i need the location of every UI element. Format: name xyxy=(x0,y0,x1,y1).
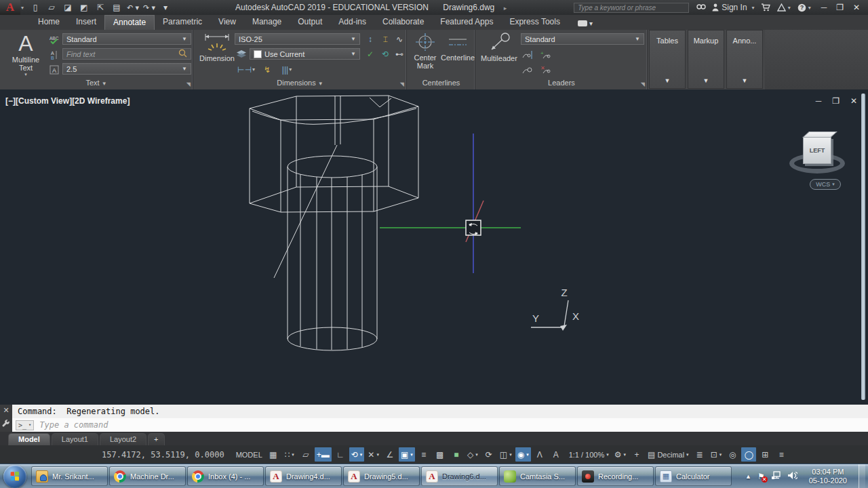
workspace-switching-caret-icon[interactable]: ▾ xyxy=(624,452,627,458)
layout-tab-model[interactable]: Model xyxy=(8,433,50,445)
status-annotation-scale[interactable]: 1:1 / 100%▾ xyxy=(565,447,611,462)
dim-style-caret-icon[interactable]: ▼ xyxy=(351,36,356,42)
collapsed-panel-anno[interactable]: Anno...▼ xyxy=(726,30,763,89)
status-object-snap-3d[interactable]: ◇▾ xyxy=(465,447,480,462)
status-graphics-performance[interactable]: ◯ xyxy=(741,447,756,462)
tray-expand-icon[interactable]: ▲ xyxy=(745,473,751,480)
leader-style-dropdown[interactable]: Standard ▼ xyxy=(521,33,644,45)
taskbar-clock[interactable]: 03:04 PM 05-10-2020 xyxy=(804,468,852,485)
action-center-flag-icon[interactable]: ⚑✕ xyxy=(757,472,765,481)
status-workspace-switching[interactable]: ⚙▾ xyxy=(612,447,628,462)
a360-caret-icon[interactable]: ▾ xyxy=(788,5,791,11)
publish-icon[interactable]: ⇱ xyxy=(94,1,107,14)
dimension-button[interactable]: Dimension xyxy=(198,33,236,62)
tab-add-ins[interactable]: Add-ins xyxy=(330,15,374,30)
tab-home[interactable]: Home xyxy=(30,15,68,30)
collapsed-panel-tables[interactable]: Tables▼ xyxy=(649,30,686,89)
title-expand-icon[interactable]: ▸ xyxy=(504,5,507,12)
isometric-drafting-caret-icon[interactable]: ▾ xyxy=(376,452,379,458)
start-button[interactable] xyxy=(3,465,26,488)
chevron-down-icon[interactable]: ▼ xyxy=(703,77,709,84)
minimize-button[interactable]: ─ xyxy=(821,3,827,12)
command-history-line[interactable]: Command: Regenerating model. xyxy=(12,405,868,418)
object-snap-2d-caret-icon[interactable]: ▾ xyxy=(410,452,413,458)
status-isometric-drafting[interactable]: ✕▾ xyxy=(366,447,381,462)
taskbar-button-recording[interactable]: Recording... xyxy=(577,466,654,486)
dimensions-dialog-launcher-icon[interactable]: ◥ xyxy=(400,81,404,87)
dim-layer-caret-icon[interactable]: ▼ xyxy=(351,51,356,57)
taskbar-button-mr-srikant[interactable]: Mr. Srikant... xyxy=(31,466,108,486)
dim-break-icon[interactable]: ↯ xyxy=(260,64,274,75)
taskbar-button-drawing6-d[interactable]: ADrawing6.d... xyxy=(421,466,498,486)
multiline-text-caret-icon[interactable]: ▾ xyxy=(24,72,27,77)
viewport-minus-control[interactable]: [−] xyxy=(5,96,16,106)
units-caret-icon[interactable]: ▾ xyxy=(686,452,689,458)
save-icon[interactable]: ◪ xyxy=(61,1,75,14)
annotation-scale-caret-icon[interactable]: ▾ xyxy=(606,452,609,458)
status-polar-tracking[interactable]: ⟲▾ xyxy=(349,447,365,462)
dim-linear-icon[interactable]: ⊢⊣▾ xyxy=(236,64,256,75)
sign-in-caret-icon[interactable]: ▾ xyxy=(752,5,755,11)
ribbon-display-button[interactable]: ▾ xyxy=(578,20,593,30)
status-model-space-toggle[interactable]: MODEL xyxy=(232,447,264,462)
speaker-icon[interactable] xyxy=(787,471,797,482)
status-autoscale-annotation[interactable]: A xyxy=(549,447,564,462)
status-ucs-icon-display[interactable]: ◫▾ xyxy=(498,447,514,462)
viewport-scrollbar[interactable] xyxy=(861,94,865,400)
centerlines-panel-title[interactable]: Centerlines xyxy=(408,79,475,89)
viewport-visual-style-control[interactable]: [2D Wireframe] xyxy=(72,96,130,106)
dim-style-dropdown[interactable]: ISO-25 ▼ xyxy=(235,33,360,45)
plot-icon[interactable]: ▤ xyxy=(110,1,123,14)
find-text-input[interactable]: Find text xyxy=(62,48,191,60)
status-grid-display[interactable]: ▦ xyxy=(266,447,281,462)
center-mark-button[interactable]: Center Mark xyxy=(410,33,441,70)
tab-view[interactable]: View xyxy=(210,15,244,30)
dim-spacing-icon[interactable]: |||▾ xyxy=(277,64,297,75)
app-menu-caret-icon[interactable]: ▾ xyxy=(21,5,24,11)
status-customization-menu[interactable]: ≡ xyxy=(774,447,789,462)
command-prompt-chip[interactable]: >_ ▾ xyxy=(16,420,34,430)
status-transparency[interactable]: ▩ xyxy=(433,447,448,462)
taskbar-button-calculator[interactable]: ▦Calculator xyxy=(655,466,732,486)
status-ortho-mode[interactable]: ∟ xyxy=(333,447,348,462)
autodesk-a360-icon[interactable]: ▾ xyxy=(774,0,794,15)
leader-remove-icon[interactable]: ✕ xyxy=(538,64,552,75)
text-height-dropdown[interactable]: 2.5 ▼ xyxy=(62,63,191,75)
text-align-icon[interactable]: AB xyxy=(47,49,61,60)
command-wrench-icon[interactable] xyxy=(2,418,10,430)
dim-reassociate-icon[interactable]: ⟲ xyxy=(378,48,392,60)
dim-jog-line-icon[interactable]: ∿ xyxy=(393,33,406,45)
status-clean-screen[interactable]: ⊞ xyxy=(757,447,772,462)
tab-collaborate[interactable]: Collaborate xyxy=(374,15,432,30)
status-lineweight[interactable]: ≡ xyxy=(416,447,431,462)
text-style-dropdown[interactable]: Standard ▼ xyxy=(62,33,191,45)
status-infer-constraints[interactable]: ▱ xyxy=(298,447,313,462)
polar-tracking-caret-icon[interactable]: ▾ xyxy=(360,452,363,458)
taskbar-button-inbox-4[interactable]: Inbox (4) - ... xyxy=(187,466,264,486)
text-style-icon[interactable]: A xyxy=(47,64,61,75)
tab-parametric[interactable]: Parametric xyxy=(155,15,210,30)
tab-annotate[interactable]: Annotate xyxy=(104,15,155,30)
undo-icon[interactable]: ↶ ▾ xyxy=(126,1,140,14)
layout-tab-layout2[interactable]: Layout2 xyxy=(100,433,146,445)
help-caret-icon[interactable]: ▾ xyxy=(808,5,811,11)
multileader-button[interactable]: Multileader xyxy=(479,33,519,62)
status-object-snap-tracking[interactable]: ∠ xyxy=(382,447,397,462)
viewport-view-control[interactable]: [Custom View] xyxy=(16,96,72,106)
wcs-dropdown[interactable]: WCS ▾ xyxy=(810,179,841,190)
save-as-icon[interactable]: ◩ xyxy=(77,1,91,14)
doc-close-button[interactable]: ✕ xyxy=(850,96,857,106)
new-layout-button[interactable]: + xyxy=(148,433,164,445)
spell-check-icon[interactable]: ABC xyxy=(47,34,61,45)
open-file-icon[interactable]: ▱ xyxy=(45,1,58,14)
tab-express-tools[interactable]: Express Tools xyxy=(501,15,568,30)
text-style-caret-icon[interactable]: ▼ xyxy=(182,36,187,42)
tab-featured-apps[interactable]: Featured Apps xyxy=(432,15,501,30)
show-desktop-button[interactable] xyxy=(859,464,865,488)
search-icon[interactable] xyxy=(693,0,709,15)
status-annotation-monitor[interactable]: + xyxy=(629,447,644,462)
leader-add-icon[interactable]: + xyxy=(538,49,552,60)
text-panel-title[interactable]: Text ▼ xyxy=(0,79,193,89)
dim-text-edit-icon[interactable]: ⌶ xyxy=(378,33,392,45)
status-isolate-objects[interactable]: ◎ xyxy=(725,447,740,462)
